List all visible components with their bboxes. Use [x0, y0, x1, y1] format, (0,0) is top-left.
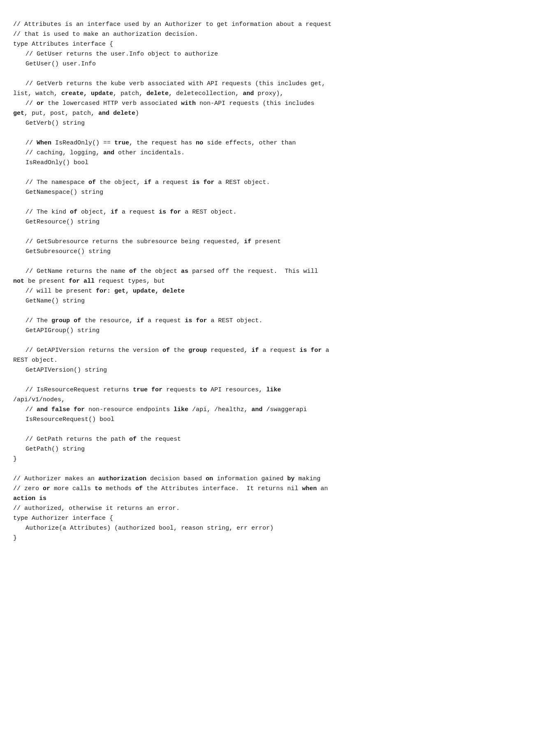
code-line: [13, 464, 539, 474]
code-text: // authorized, otherwise it returns an e…: [13, 505, 180, 512]
code-keyword: is for: [185, 317, 207, 324]
code-keyword: of: [70, 317, 81, 324]
code-text: // GetSubresource returns the subresourc…: [26, 238, 244, 245]
code-text: , put, post, patch,: [24, 110, 98, 117]
code-keyword: group: [188, 347, 207, 354]
code-text: , deletecollection,: [169, 90, 243, 97]
code-keyword: is for: [159, 209, 181, 216]
code-line: [13, 227, 539, 237]
code-line: // that is used to make an authorization…: [13, 30, 539, 40]
code-text: requests: [162, 386, 199, 393]
code-keyword: true for: [133, 386, 162, 393]
code-keyword: with: [181, 100, 196, 107]
code-line: // authorized, otherwise it returns an e…: [13, 504, 539, 514]
code-line: // GetPath returns the path of the reque…: [13, 435, 539, 444]
code-line: GetVerb() string: [13, 119, 539, 128]
code-keyword: by: [287, 475, 295, 482]
code-keyword: or: [37, 100, 44, 107]
code-text: request types, but: [95, 278, 165, 285]
code-keyword: create, update: [61, 90, 113, 97]
code-text: // zero: [13, 485, 43, 492]
code-line: [13, 306, 539, 316]
code-text: a request: [144, 317, 185, 324]
code-line: action is: [13, 494, 539, 504]
code-text: GetPath() string: [26, 446, 85, 453]
code-line: // The kind of object, if a request is f…: [13, 207, 539, 217]
code-text: object,: [77, 209, 111, 216]
code-keyword: for all: [69, 278, 95, 285]
code-text: the: [170, 347, 188, 354]
code-keyword: like: [266, 386, 281, 393]
code-text: information gained: [213, 475, 287, 482]
code-keyword: and: [103, 149, 114, 156]
code-line: // IsResourceRequest returns true for re…: [13, 385, 539, 395]
code-text: the request: [137, 436, 181, 443]
code-text: // IsResourceRequest returns: [26, 386, 133, 393]
code-keyword: and: [251, 406, 262, 413]
code-text: // The kind: [26, 209, 70, 216]
code-text: }: [13, 535, 17, 542]
code-text: more calls: [50, 485, 95, 492]
code-text: present: [251, 238, 281, 245]
code-text: the object,: [96, 179, 144, 186]
code-keyword: if: [111, 209, 118, 216]
code-keyword: no: [196, 140, 203, 147]
code-text: the Attributes interface. It returns nil: [143, 485, 302, 492]
code-line: // GetAPIVersion returns the version of …: [13, 346, 539, 356]
code-line: type Attributes interface {: [13, 40, 539, 49]
code-text: GetNamespace() string: [26, 189, 103, 196]
code-text: // GetAPIVersion returns the version: [26, 347, 162, 354]
code-line: [13, 257, 539, 267]
code-line: // The group of the resource, if a reque…: [13, 316, 539, 326]
code-line: // caching, logging, and other incidenta…: [13, 148, 539, 158]
code-line: GetUser() user.Info: [13, 59, 539, 69]
code-line: GetResource() string: [13, 217, 539, 227]
code-text: non-resource endpoints: [85, 406, 174, 413]
code-keyword: of: [88, 179, 96, 186]
code-text: REST object.: [13, 357, 58, 364]
code-text: , patch,: [113, 90, 146, 97]
code-text: the lowercased HTTP verb associated: [44, 100, 181, 107]
code-line: // GetUser returns the user.Info object …: [13, 49, 539, 59]
code-line: // will be present for: get, update, del…: [13, 286, 539, 296]
code-text: side effects, other than: [203, 140, 296, 147]
code-keyword: when: [302, 485, 317, 492]
code-text: type Attributes interface {: [13, 41, 113, 48]
code-keyword: delete: [146, 90, 169, 97]
code-keyword: to: [199, 386, 207, 393]
code-keyword: or: [43, 485, 50, 492]
code-text: // caching, logging,: [26, 149, 103, 156]
code-line: IsResourceRequest() bool: [13, 415, 539, 425]
code-keyword: and delete: [98, 110, 135, 117]
code-line: not be present for all request types, bu…: [13, 277, 539, 286]
code-line: IsReadOnly() bool: [13, 158, 539, 168]
code-keyword: action is: [13, 495, 46, 502]
code-text: a request: [118, 209, 159, 216]
code-text: // Authorizer makes an: [13, 475, 98, 482]
code-line: [13, 69, 539, 79]
code-keyword: and: [243, 90, 254, 97]
code-line: [13, 336, 539, 346]
code-text: //: [26, 140, 37, 147]
code-text: decision based: [146, 475, 206, 482]
code-text: non-API requests (this includes: [196, 100, 314, 107]
code-text: // that is used to make an authorization…: [13, 31, 198, 38]
code-keyword: of: [129, 268, 137, 275]
code-line: // GetSubresource returns the subresourc…: [13, 237, 539, 247]
code-text: // The namespace: [26, 179, 88, 186]
code-text: making: [295, 475, 320, 482]
code-keyword: of: [70, 209, 77, 216]
code-line: }: [13, 454, 539, 464]
code-text: GetResource() string: [26, 219, 100, 226]
code-text: IsReadOnly() ==: [51, 140, 114, 147]
code-text: be present: [24, 278, 69, 285]
code-keyword: on: [206, 475, 213, 482]
code-keyword: if: [144, 179, 151, 186]
code-keyword: if: [244, 238, 251, 245]
code-keyword: if: [137, 317, 144, 324]
code-text: // The: [26, 317, 51, 324]
code-keyword: authorization: [98, 475, 146, 482]
code-line: // or the lowercased HTTP verb associate…: [13, 99, 539, 109]
code-keyword: as: [181, 268, 188, 275]
code-keyword: of: [129, 436, 137, 443]
